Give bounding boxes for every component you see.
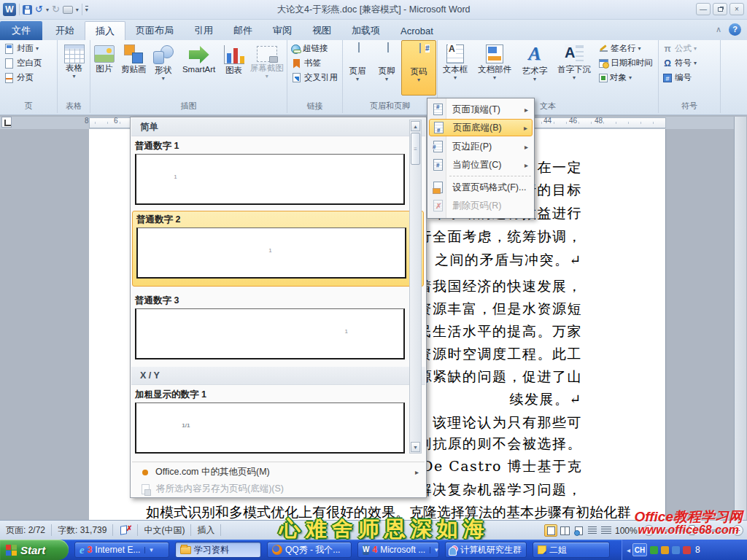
page-indicator[interactable]: 页面: 2/72 [6, 524, 45, 537]
object-button[interactable]: 对象 ▾ [599, 71, 658, 84]
picture-button[interactable]: 图片 [90, 40, 118, 98]
footer-button[interactable]: 页脚 ▾ [372, 40, 401, 98]
cross-reference-button[interactable]: 交叉引用 [291, 71, 342, 84]
header-button[interactable]: 页眉 ▾ [343, 40, 372, 98]
menu-item-bottom-of-page[interactable]: 页面底端(B) ▸ [429, 119, 533, 136]
taskbar-item-label: QQ秀 - 我个... [285, 544, 340, 556]
menu-item-remove-page-numbers[interactable]: 删除页码(R) [429, 197, 533, 214]
menu-item-current-position[interactable]: 当前位置(C) ▸ [429, 156, 533, 174]
ruler-number: 8 [85, 117, 89, 125]
input-language-button[interactable]: CH [632, 543, 647, 556]
restore-button[interactable] [713, 3, 727, 15]
date-time-button[interactable]: 日期和时间 [599, 57, 658, 69]
chart-button[interactable]: 图表 [221, 40, 247, 98]
menu-item-format-page-numbers[interactable]: 设置页码格式(F)... [429, 179, 533, 196]
start-button[interactable]: Start [0, 540, 69, 560]
outline-view-button[interactable] [586, 524, 599, 537]
tray-icon[interactable] [661, 546, 669, 554]
group-expand-icon[interactable]: ▼ [144, 547, 154, 553]
collapse-ribbon-icon[interactable]: ∧ [716, 25, 721, 34]
gallery-scroll-up-icon[interactable]: ▲ [411, 121, 420, 131]
gallery-scrollbar[interactable]: ▲ ▼ [409, 120, 422, 454]
gallery-item-label: 普通数字 1 [131, 138, 419, 154]
table-button[interactable]: 表格 ▾ [58, 40, 90, 79]
screenshot-icon [257, 46, 277, 62]
tray-icon[interactable] [650, 546, 658, 554]
help-icon[interactable]: ? [729, 23, 741, 36]
tab-addins[interactable]: 加载项 [341, 21, 390, 40]
tab-view[interactable]: 视图 [302, 21, 341, 40]
equation-button[interactable]: π 公式 ▾ [662, 42, 720, 55]
taskbar-item-qq-group[interactable]: 计算机研究生群 [445, 542, 527, 558]
more-page-numbers-item[interactable]: Office.com 中的其他页码(M) ▸ [132, 464, 425, 481]
tray-icon[interactable] [672, 546, 680, 554]
menu-item-page-margins[interactable]: 页边距(P) ▸ [429, 138, 533, 155]
cover-page-button[interactable]: 封面 ▾ [4, 42, 57, 55]
gallery-item-plain-number-1[interactable]: 普通数字 1 1 [131, 138, 419, 205]
tab-file[interactable]: 文件 [0, 21, 42, 40]
wordart-button[interactable]: A 艺术字 ▾ [516, 40, 553, 98]
page-number-icon [419, 43, 421, 53]
symbol-button[interactable]: Ω 符号 ▾ [662, 57, 720, 69]
dropcap-button[interactable]: 首字下沉 ▾ [553, 40, 595, 98]
menu-item-top-of-page[interactable]: 页面顶端(T) ▸ [429, 101, 533, 118]
hide-icons-chevron-icon[interactable]: ◂ [627, 546, 630, 554]
tab-page-layout[interactable]: 页面布局 [125, 21, 184, 40]
shapes-button[interactable]: 形状 ▾ [150, 40, 177, 98]
equation-label: 公式 [675, 43, 692, 54]
taskbar-item-study-folder[interactable]: 学习资料 [175, 542, 261, 558]
gallery-item-bold-number-1[interactable]: 加粗显示的数字 1 1/1 [131, 386, 419, 454]
tab-review[interactable]: 审阅 [263, 21, 302, 40]
language-indicator[interactable]: 中文(中国) [144, 524, 185, 537]
hyperlink-icon [291, 44, 301, 54]
fullscreen-reading-view-button[interactable] [558, 524, 571, 537]
signature-line-label: 签名行 [611, 43, 636, 54]
screenshot-button[interactable]: 屏幕截图 ▾ [247, 40, 287, 98]
tab-stop-selector[interactable] [1, 117, 12, 128]
page-number-mark: 1 [344, 328, 347, 335]
taskbar-item-label: Internet E... [95, 545, 140, 555]
gallery-scrollbar-thumb[interactable] [411, 133, 420, 165]
page-break-button[interactable]: 分页 [4, 71, 57, 84]
spellcheck-icon[interactable] [120, 526, 131, 534]
group-expand-icon[interactable]: ▼ [430, 547, 439, 553]
gallery-scroll-down-icon[interactable]: ▼ [411, 442, 420, 452]
vertical-scrollbar[interactable] [734, 117, 746, 520]
insert-mode-indicator[interactable]: 插入 [197, 524, 214, 537]
blank-page-button[interactable]: 空白页 [4, 57, 57, 69]
tab-insert[interactable]: 插入 [85, 21, 125, 40]
tab-home[interactable]: 开始 [45, 21, 85, 40]
web-layout-view-button[interactable] [572, 524, 585, 537]
tab-acrobat[interactable]: Acrobat [390, 21, 444, 40]
numbering-button[interactable]: # 编号 [662, 71, 720, 84]
clipart-button[interactable]: 剪贴画 [118, 40, 150, 98]
date-time-icon [599, 59, 608, 68]
quick-parts-label: 文档部件 [478, 65, 511, 74]
chevron-down-icon: ▾ [694, 60, 697, 66]
word-count[interactable]: 字数: 31,739 [58, 524, 107, 537]
save-selection-item[interactable]: 将所选内容另存为页码(底端)(S) [132, 481, 425, 497]
close-button[interactable]: × [729, 3, 744, 15]
ribbon-group-links: 超链接 书签 交叉引用 链接 [287, 40, 343, 113]
page-number-button[interactable]: 页码 ▾ [401, 40, 436, 96]
tab-mailings[interactable]: 邮件 [223, 21, 263, 40]
signature-line-button[interactable]: 签名行 ▾ [599, 42, 658, 55]
menu-separator [449, 176, 531, 176]
quick-parts-button[interactable]: 文档部件 ▾ [473, 40, 516, 98]
gallery-item-plain-number-3[interactable]: 普通数字 3 1 [131, 292, 419, 359]
minimize-button[interactable]: — [696, 3, 711, 15]
bookmark-button[interactable]: 书签 [291, 57, 342, 69]
taskbar-item-erjie-chat[interactable]: 二姐 [533, 542, 610, 558]
smartart-button[interactable]: SmartArt [177, 40, 221, 98]
gallery-item-plain-number-2[interactable]: 普通数字 2 1 [132, 211, 424, 287]
draft-view-button[interactable] [600, 524, 613, 537]
tray-icon[interactable] [683, 546, 691, 554]
gallery-item-label: 普通数字 2 [133, 211, 423, 228]
textbox-button[interactable]: 文本框 ▾ [438, 40, 473, 98]
hyperlink-button[interactable]: 超链接 [291, 42, 342, 55]
tab-references[interactable]: 引用 [184, 21, 223, 40]
taskbar-item-qq-show[interactable]: QQ秀 - 我个... [267, 542, 352, 558]
taskbar-item-internet-explorer[interactable]: e 3 Internet E... ▼ [74, 542, 169, 558]
print-layout-view-button[interactable] [544, 524, 557, 537]
taskbar-item-word-group[interactable]: W 4 Microsoft ... ▼ [357, 542, 439, 558]
